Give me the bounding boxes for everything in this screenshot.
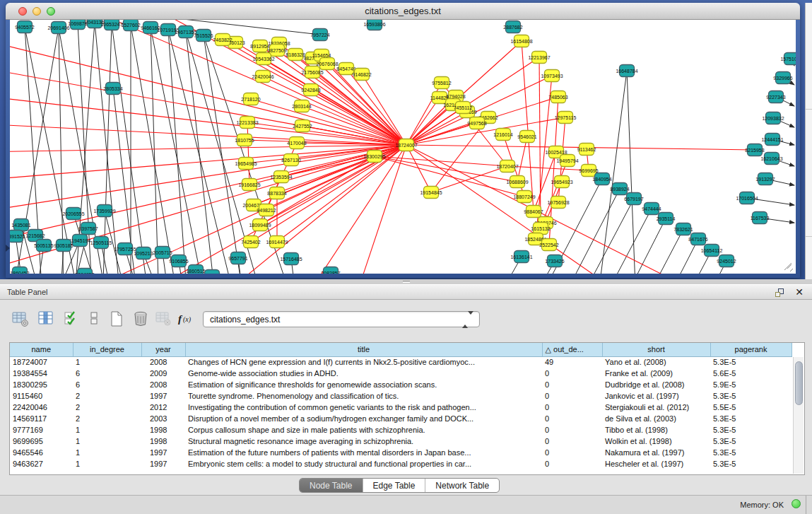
graph-node[interactable]: 1913297 — [755, 173, 775, 185]
graph-node[interactable]: 15716485 — [280, 253, 302, 265]
graph-node[interactable]: 10653247 — [100, 20, 122, 30]
graph-node[interactable]: 17957255 — [114, 243, 136, 255]
table-row[interactable]: 911546021997Tourette syndrome. Phenomeno… — [10, 390, 792, 402]
table-scrollbar-thumb[interactable] — [795, 361, 803, 405]
column-header-pagerank[interactable]: pagerank — [710, 343, 792, 356]
close-panel-icon[interactable]: ✕ — [795, 286, 804, 298]
table-row[interactable]: 1830029562008Estimation of significance … — [10, 379, 792, 390]
table-mode-icon[interactable] — [11, 310, 31, 329]
table-row[interactable]: 969969511998Structural magnetic resonanc… — [10, 436, 792, 447]
graph-node[interactable]: 1810755 — [235, 134, 254, 146]
table-scrollbar[interactable] — [793, 357, 804, 474]
graph-edge[interactable] — [168, 30, 187, 274]
table-row[interactable]: 1872400712008Changes of HCN gene express… — [10, 356, 792, 368]
graph-edge[interactable] — [10, 145, 406, 152]
graph-node[interactable]: 9329966 — [773, 72, 792, 84]
graph-node[interactable]: 9546021 — [517, 131, 536, 143]
graph-node[interactable]: 2082857 — [321, 267, 340, 274]
graph-node[interactable]: 1733426 — [545, 255, 564, 267]
select-rows-icon[interactable] — [62, 310, 82, 329]
graph-edge[interactable] — [517, 136, 527, 182]
graph-node[interactable]: 9474444 — [642, 203, 661, 215]
window-titlebar[interactable]: citations_edges.txt — [6, 3, 800, 20]
graph-node[interactable]: 2005715 — [153, 247, 172, 259]
graph-node[interactable]: 20691406 — [47, 22, 69, 34]
graph-node[interactable]: 12353594 — [270, 171, 292, 183]
graph-node[interactable]: 7957224 — [310, 29, 329, 41]
graph-node[interactable]: 1840954 — [592, 173, 611, 185]
graph-node[interactable]: 1527602 — [121, 20, 140, 31]
graph-node[interactable]: 9755812 — [432, 77, 451, 89]
graph-edge[interactable] — [406, 145, 431, 192]
panel-divider-arrow[interactable] — [6, 245, 10, 252]
graph-edge[interactable] — [654, 250, 712, 274]
graph-node[interactable]: 19756928 — [547, 197, 569, 209]
network-view-window[interactable]: citations_edges.txt 18724007986012389129… — [6, 3, 800, 278]
graph-node[interactable]: 6679197 — [624, 193, 643, 205]
memory-status-icon[interactable] — [792, 499, 801, 508]
graph-node[interactable]: 9146822 — [352, 69, 371, 81]
function-builder-icon[interactable]: f (x) — [177, 310, 196, 329]
table-row[interactable]: 1938455462009Genome-wide association stu… — [10, 368, 792, 379]
graph-node[interactable]: 12975115 — [555, 112, 577, 124]
graph-node[interactable]: 17016504 — [736, 192, 758, 204]
graph-node[interactable]: 9245012 — [717, 255, 736, 267]
graph-node[interactable]: 7425402 — [241, 236, 260, 248]
graph-node[interactable]: 16154808 — [510, 35, 532, 47]
delete-column-icon[interactable] — [131, 310, 151, 329]
graph-node[interactable]: 2805334 — [103, 83, 122, 95]
graph-node[interactable]: 19166825 — [238, 179, 260, 191]
graph-node[interactable]: 12093832 — [762, 112, 784, 124]
table-row[interactable]: 1456911722003Disruption of a novel membe… — [10, 413, 792, 424]
graph-node[interactable]: 16136141 — [510, 251, 532, 263]
graph-node[interactable]: 16648784 — [616, 65, 637, 77]
graph-edge[interactable] — [297, 145, 406, 274]
graph-edge[interactable] — [151, 28, 205, 274]
resize-grip[interactable] — [784, 263, 793, 271]
graph-edge[interactable] — [312, 72, 406, 145]
graph-node[interactable]: 9106855 — [169, 255, 188, 267]
column-header-out_de[interactable]: △ out_de... — [542, 343, 602, 356]
graph-node[interactable]: 12505115 — [90, 237, 112, 249]
graph-node[interactable]: 8938924 — [610, 183, 629, 195]
table-row[interactable]: 2242004622012Investigating the contribut… — [10, 402, 792, 413]
graph-node[interactable]: 2718120 — [241, 93, 260, 105]
graph-node[interactable]: 12213383 — [236, 117, 258, 129]
graph-edge[interactable] — [406, 145, 707, 274]
graph-node[interactable]: 19654923 — [551, 176, 572, 188]
graph-node[interactable]: 16593806 — [363, 20, 385, 30]
graph-node[interactable]: 7515526 — [194, 30, 213, 42]
graph-edge[interactable] — [627, 71, 636, 274]
graph-edge[interactable] — [569, 199, 634, 274]
network-canvas[interactable]: 1872400798601238912954182260589827509105… — [10, 20, 796, 274]
graph-node[interactable]: 1167533 — [751, 212, 770, 224]
graph-node[interactable]: 9497568 — [467, 117, 486, 129]
graph-node[interactable]: 8215958 — [745, 144, 764, 156]
graph-node[interactable]: 9498212 — [257, 204, 276, 216]
graph-node[interactable]: 7463822 — [213, 34, 232, 46]
row-height-icon[interactable] — [85, 310, 105, 329]
float-panel-icon[interactable] — [775, 288, 785, 298]
graph-node[interactable]: 5005135 — [34, 240, 53, 252]
table-row[interactable]: 946554611997Estimation of the future num… — [10, 447, 792, 458]
graph-node[interactable]: 9405572 — [15, 21, 34, 33]
graph-edge[interactable] — [406, 57, 539, 145]
graph-node[interactable]: 1391521 — [10, 230, 25, 243]
column-header-title[interactable]: title — [185, 343, 542, 356]
graph-node[interactable]: 8878334 — [267, 187, 286, 199]
table-select-dropdown[interactable]: citations_edges.txt — [203, 311, 480, 327]
graph-node[interactable]: 12444151 — [761, 134, 783, 146]
graph-edge[interactable] — [597, 71, 627, 274]
graph-node[interactable]: 16210643 — [760, 153, 782, 165]
graph-node[interactable]: 7485063 — [548, 91, 567, 103]
show-columns-icon[interactable] — [37, 310, 57, 329]
table-row[interactable]: 977716911998Corpus callosum shape and si… — [10, 424, 792, 436]
new-column-icon[interactable] — [107, 310, 127, 329]
graph-node[interactable]: 2522542 — [539, 239, 558, 251]
graph-edge[interactable] — [622, 229, 683, 274]
graph-node[interactable]: 9305185 — [54, 240, 73, 252]
graph-node[interactable]: 2935114 — [657, 213, 676, 225]
graph-node[interactable]: 8471676 — [688, 233, 707, 245]
graph-node[interactable]: 10973493 — [541, 70, 563, 82]
table-row[interactable]: 946362711997Embryonic stem cells: a mode… — [10, 458, 792, 469]
